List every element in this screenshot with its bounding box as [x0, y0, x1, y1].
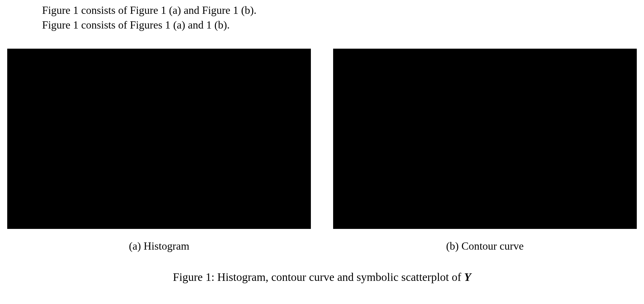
caption-text: Figure 1: Histogram, contour curve and s…: [173, 271, 464, 283]
subfigure-b-caption: (b) Contour curve: [446, 240, 524, 252]
intro-line-2: Figure 1 consists of Figures 1 (a) and 1…: [42, 18, 644, 32]
figure-main-caption: Figure 1: Histogram, contour curve and s…: [0, 270, 644, 284]
page-container: Figure 1 consists of Figure 1 (a) and Fi…: [0, 0, 644, 284]
subfigure-b: (b) Contour curve: [332, 49, 638, 252]
subfigure-a: (a) Histogram: [6, 49, 312, 252]
caption-symbol: Y: [464, 271, 471, 283]
intro-line-1: Figure 1 consists of Figure 1 (a) and Fi…: [42, 3, 644, 18]
figures-row: (a) Histogram (b) Contour curve: [0, 49, 644, 252]
subfigure-b-image: [333, 49, 637, 229]
subfigure-a-image: [7, 49, 311, 229]
intro-text-block: Figure 1 consists of Figure 1 (a) and Fi…: [42, 3, 644, 32]
subfigure-a-caption: (a) Histogram: [129, 240, 189, 252]
